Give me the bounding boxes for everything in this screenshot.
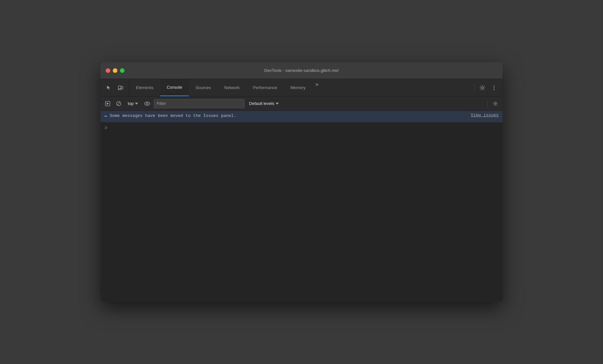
settings-button[interactable] [477,83,488,93]
clear-console-button[interactable] [114,99,123,108]
gear-icon [479,85,485,91]
prompt-arrow: > [104,125,108,131]
tab-performance[interactable]: Performance [246,79,284,96]
console-message-text: Some messages have been moved to the Iss… [110,113,466,119]
tabbar: Elements Console Sources Network Perform… [100,79,503,97]
block-icon [116,101,121,106]
maximize-button[interactable] [120,68,124,73]
console-message-row: ▬ Some messages have been moved to the I… [100,111,503,122]
svg-line-10 [117,102,120,105]
tabs-container: Elements Console Sources Network Perform… [129,79,470,96]
svg-rect-1 [121,86,123,89]
device-toolbar-button[interactable] [115,83,126,93]
svg-point-6 [494,89,495,90]
svg-marker-8 [107,102,109,105]
svg-point-4 [494,85,495,86]
tab-elements[interactable]: Elements [129,79,160,96]
eye-icon [144,101,150,106]
traffic-lights [106,68,124,73]
levels-label: Default levels [249,101,274,106]
toolbar-separator [487,100,488,108]
context-selector[interactable]: top [125,100,141,107]
log-levels-button[interactable]: Default levels [246,100,281,107]
tab-console[interactable]: Console [160,79,189,96]
live-expressions-button[interactable] [143,99,152,108]
minimize-button[interactable] [113,68,117,73]
svg-point-3 [481,87,483,89]
svg-point-12 [147,103,148,104]
inspect-element-button[interactable] [104,83,114,93]
tabbar-separator [474,84,475,92]
chevron-down-icon [135,103,138,105]
tab-sources[interactable]: Sources [189,79,218,96]
console-prompt[interactable]: > [100,122,503,134]
console-settings-button[interactable] [491,99,500,108]
tabbar-right-icons [470,79,503,96]
svg-rect-0 [118,86,121,90]
play-icon [105,101,110,106]
chevron-down-icon-levels [276,103,279,105]
svg-point-11 [145,102,150,105]
info-icon: ▬ [104,113,107,118]
tab-network[interactable]: Network [218,79,247,96]
filter-input[interactable] [154,99,244,108]
kebab-menu-icon [493,85,495,91]
cursor-icon [106,85,112,91]
close-button[interactable] [106,68,110,73]
devtools-window: DevTools - samesite-sandbox.glitch.me/ [100,62,503,302]
console-content: ▬ Some messages have been moved to the I… [100,111,503,302]
preserve-log-button[interactable] [103,99,112,108]
titlebar: DevTools - samesite-sandbox.glitch.me/ [100,62,503,79]
tabbar-left-icons [100,79,129,96]
view-issues-link[interactable]: View issues [471,113,499,118]
more-options-button[interactable] [489,83,499,93]
console-toolbar: top Default levels [100,97,503,111]
more-tabs-button[interactable]: » [313,79,322,89]
gear-small-icon [493,101,498,106]
tab-memory[interactable]: Memory [284,79,313,96]
svg-point-5 [494,87,495,88]
context-value: top [128,101,134,106]
device-icon [118,85,124,91]
window-title: DevTools - samesite-sandbox.glitch.me/ [264,68,339,73]
svg-point-13 [495,103,496,104]
